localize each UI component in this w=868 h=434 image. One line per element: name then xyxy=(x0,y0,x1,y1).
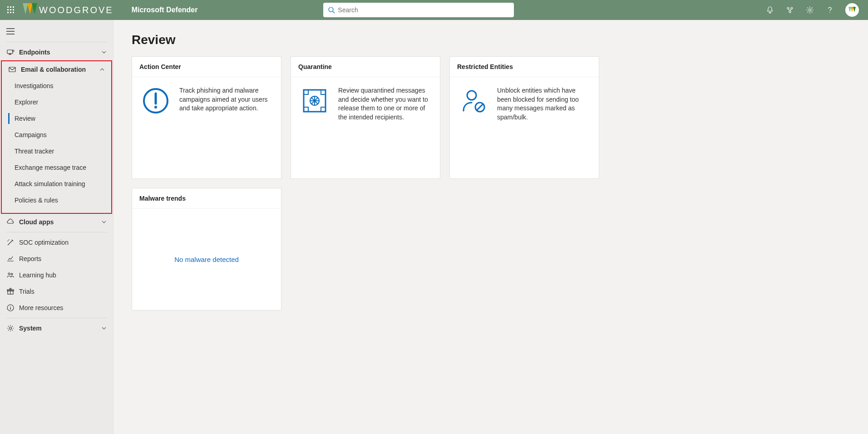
sidebar-item-campaigns[interactable]: Campaigns xyxy=(8,127,111,143)
quarantine-icon xyxy=(300,86,329,115)
cloud-icon xyxy=(6,218,19,226)
card-title: Malware trends xyxy=(132,188,281,209)
sidebar-item-label: More resources xyxy=(19,304,107,311)
sidebar-item-explorer[interactable]: Explorer xyxy=(8,94,111,110)
svg-marker-12 xyxy=(853,7,856,12)
search-box[interactable] xyxy=(323,3,514,17)
svg-point-8 xyxy=(809,9,811,11)
search-input[interactable] xyxy=(338,6,509,14)
community-icon[interactable] xyxy=(785,5,794,15)
svg-point-9 xyxy=(829,12,830,13)
main-content: Review Action Center Track phishing and … xyxy=(113,20,868,434)
sidebar-item-label: Campaigns xyxy=(15,131,47,138)
help-icon[interactable] xyxy=(825,5,834,15)
sidebar: Endpoints Email & collaboration Investig… xyxy=(0,20,113,434)
svg-point-31 xyxy=(154,106,157,108)
sidebar-item-learning-hub[interactable]: Learning hub xyxy=(0,267,113,283)
people-icon xyxy=(6,271,19,279)
sidebar-item-endpoints[interactable]: Endpoints xyxy=(0,44,113,60)
sidebar-item-exchange-message-trace[interactable]: Exchange message trace xyxy=(8,159,111,176)
sidebar-item-label: Learning hub xyxy=(19,271,107,279)
card-restricted-entities[interactable]: Restricted Entities Unblock entities whi… xyxy=(449,56,599,179)
endpoints-icon xyxy=(6,48,19,56)
page-title: Review xyxy=(132,33,850,47)
card-quarantine[interactable]: Quarantine xyxy=(291,56,440,179)
sidebar-item-investigations[interactable]: Investigations xyxy=(8,78,111,94)
sidebar-item-trials[interactable]: Trials xyxy=(0,283,113,300)
sidebar-item-label: SOC optimization xyxy=(19,239,107,246)
chevron-up-icon xyxy=(99,67,105,72)
sidebar-item-attack-simulation-training[interactable]: Attack simulation training xyxy=(8,176,111,192)
svg-rect-16 xyxy=(7,50,13,54)
sidebar-item-label: Cloud apps xyxy=(19,218,101,226)
sidebar-item-label: Attack simulation training xyxy=(15,180,85,187)
card-title: Quarantine xyxy=(291,57,440,77)
svg-rect-19 xyxy=(9,67,15,72)
info-icon xyxy=(6,304,19,312)
sidebar-item-threat-tracker[interactable]: Threat tracker xyxy=(8,143,111,159)
brand-name: WOODGROVE xyxy=(39,5,113,15)
mail-icon xyxy=(8,65,21,74)
wand-icon xyxy=(6,238,19,247)
sidebar-item-label: Explorer xyxy=(15,99,38,106)
svg-marker-11 xyxy=(851,7,853,12)
svg-point-28 xyxy=(10,327,12,330)
sidebar-item-label: System xyxy=(19,325,101,332)
notifications-icon[interactable] xyxy=(765,5,774,15)
sidebar-item-label: Reports xyxy=(19,255,107,262)
search-icon xyxy=(328,6,335,14)
app-launcher-icon[interactable] xyxy=(5,4,17,16)
sidebar-item-policies-rules[interactable]: Policies & rules xyxy=(8,192,111,208)
sidebar-item-review[interactable]: Review xyxy=(8,110,111,127)
sidebar-item-system[interactable]: System xyxy=(0,320,113,336)
card-malware-trends[interactable]: Malware trends No malware detected xyxy=(132,188,281,311)
sidebar-item-label: Endpoints xyxy=(19,49,101,56)
card-description: Track phishing and malware campaigns aim… xyxy=(179,86,272,113)
sidebar-item-label: Trials xyxy=(19,288,107,295)
chevron-down-icon xyxy=(101,49,107,55)
svg-point-21 xyxy=(11,273,13,275)
card-title: Action Center xyxy=(132,57,281,77)
sidebar-item-label: Review xyxy=(15,115,35,122)
svg-point-7 xyxy=(789,11,791,13)
user-avatar[interactable] xyxy=(845,3,859,17)
card-description: Review quarantined messages and decide w… xyxy=(338,86,431,122)
sidebar-item-email-collaboration[interactable]: Email & collaboration xyxy=(2,61,111,78)
sidebar-item-soc-optimization[interactable]: SOC optimization xyxy=(0,234,113,251)
malware-status-text: No malware detected xyxy=(174,256,239,263)
settings-icon[interactable] xyxy=(805,5,814,15)
svg-point-20 xyxy=(8,273,10,275)
brand-logo: WOODGROVE xyxy=(22,3,113,17)
svg-point-3 xyxy=(329,7,333,12)
sidebar-item-label: Investigations xyxy=(15,82,54,89)
svg-marker-0 xyxy=(23,3,28,14)
chevron-down-icon xyxy=(101,219,107,225)
chart-icon xyxy=(6,255,19,263)
hamburger-menu-icon[interactable] xyxy=(0,23,113,40)
gear-icon xyxy=(6,324,19,332)
card-action-center[interactable]: Action Center Track phishing and malware… xyxy=(132,56,281,179)
svg-rect-17 xyxy=(9,54,11,54)
svg-marker-10 xyxy=(848,7,851,12)
svg-line-4 xyxy=(333,11,335,13)
sidebar-item-reports[interactable]: Reports xyxy=(0,251,113,267)
gift-icon xyxy=(6,287,19,296)
user-blocked-icon xyxy=(459,86,488,115)
svg-point-42 xyxy=(467,91,476,100)
alert-circle-icon xyxy=(141,86,170,115)
card-title: Restricted Entities xyxy=(450,57,599,77)
app-title: Microsoft Defender xyxy=(132,6,198,14)
sidebar-item-cloud-apps[interactable]: Cloud apps xyxy=(0,214,113,230)
svg-marker-1 xyxy=(27,3,33,14)
sidebar-item-label: Policies & rules xyxy=(15,197,58,204)
svg-point-27 xyxy=(10,306,11,307)
app-header: WOODGROVE Microsoft Defender xyxy=(0,0,868,20)
sidebar-item-label: Email & collaboration xyxy=(21,66,99,73)
sidebar-item-label: Exchange message trace xyxy=(15,164,86,171)
card-description: Unblock entities which have been blocked… xyxy=(497,86,590,122)
sidebar-item-more-resources[interactable]: More resources xyxy=(0,300,113,316)
chevron-down-icon xyxy=(101,326,107,331)
svg-line-44 xyxy=(477,104,483,110)
svg-marker-2 xyxy=(32,3,37,14)
highlighted-section: Email & collaboration Investigations Exp… xyxy=(1,60,112,214)
